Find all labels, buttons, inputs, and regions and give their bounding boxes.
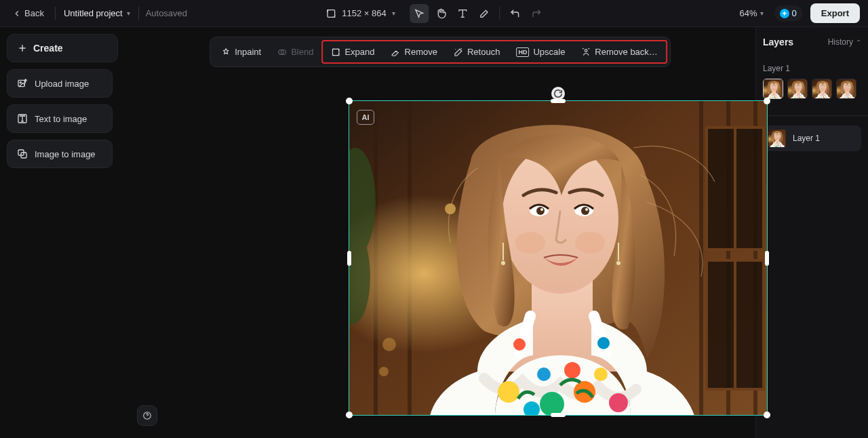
wand-icon: [454, 47, 463, 57]
project-name-dropdown[interactable]: Untitled project ▾: [62, 5, 132, 21]
back-label: Back: [24, 8, 44, 18]
project-name-label: Untitled project: [64, 8, 123, 18]
layer-row[interactable]: Layer 1: [763, 125, 861, 151]
chevron-left-icon: [12, 9, 22, 18]
resize-handle-left[interactable]: [347, 251, 351, 266]
redo-icon: [532, 8, 542, 19]
layer-thumbnail: [768, 130, 786, 147]
undo-button[interactable]: [506, 4, 525, 23]
retouch-label: Retouch: [467, 47, 500, 57]
undo-icon: [510, 8, 521, 19]
inpaint-label: Inpaint: [235, 47, 261, 57]
hand-icon: [436, 8, 447, 19]
remove-button[interactable]: Remove: [383, 41, 446, 62]
text-to-image-button[interactable]: Text to image: [7, 104, 113, 133]
svg-line-57: [455, 49, 456, 49]
variant-thumb-3[interactable]: [812, 79, 832, 99]
autosave-status: Autosaved: [146, 8, 187, 18]
zoom-label: 64%: [740, 8, 757, 18]
remove-background-button[interactable]: Remove back…: [573, 41, 665, 62]
credits-value: 0: [792, 8, 797, 18]
toolbar-canvas-tools: [410, 4, 547, 23]
remove-label: Remove: [405, 47, 437, 57]
upload-image-button[interactable]: Upload image: [7, 69, 113, 98]
upscale-label: Upscale: [533, 47, 565, 57]
blend-label: Blend: [291, 47, 313, 57]
eraser-icon: [391, 47, 401, 57]
create-label: Create: [33, 43, 63, 54]
expand-label: Expand: [344, 47, 374, 57]
layers-panel-title: Layers: [763, 37, 793, 47]
export-label: Export: [821, 8, 849, 18]
regenerate-button[interactable]: [551, 87, 565, 100]
variant-thumbnails: [763, 79, 861, 99]
plus-icon: [17, 43, 28, 54]
resize-handle-right[interactable]: [765, 251, 769, 266]
redo-button[interactable]: [528, 4, 547, 23]
svg-rect-55: [333, 49, 339, 55]
divider: [138, 7, 139, 20]
resize-handle-tl[interactable]: [346, 98, 353, 104]
remove-bg-label: Remove back…: [595, 47, 657, 57]
selection-outline: [349, 100, 768, 416]
resize-handle-bottom[interactable]: [551, 413, 566, 417]
expand-button[interactable]: Expand: [323, 41, 382, 62]
variant-thumb-4[interactable]: [836, 79, 856, 99]
chevron-down-icon: ▾: [392, 9, 395, 17]
text-to-image-label: Text to image: [35, 114, 87, 124]
cursor-icon: [414, 8, 425, 19]
zoom-dropdown[interactable]: 64% ▾: [737, 5, 766, 21]
help-button[interactable]: [137, 405, 157, 426]
inpaint-button[interactable]: Inpaint: [213, 41, 269, 62]
hand-tool[interactable]: [432, 4, 451, 23]
canvas-size-button[interactable]: 1152 × 864 ▾: [321, 5, 399, 22]
chevron-down-icon: ▾: [127, 9, 130, 17]
expand-icon: [331, 47, 340, 57]
chevron-up-icon: ⌃: [856, 39, 861, 46]
hd-icon: HD: [516, 47, 529, 57]
edit-toolbar: Inpaint Blend Expand Remove Retouch: [210, 37, 671, 67]
back-button[interactable]: Back: [8, 5, 48, 21]
left-sidebar: Create Upload image Text to image Image …: [0, 27, 125, 438]
svg-point-46: [20, 82, 21, 83]
select-tool[interactable]: [410, 4, 429, 23]
svg-line-56: [460, 48, 461, 49]
panel-divider: [756, 115, 868, 116]
layers-panel: Layers History ⌃ Layer 1 Layer 1: [755, 27, 868, 438]
create-header: Create: [7, 34, 118, 62]
layer-name: Layer 1: [793, 134, 820, 143]
variant-thumb-2[interactable]: [787, 79, 808, 99]
resize-handle-bl[interactable]: [346, 412, 353, 418]
brush-tool[interactable]: [475, 4, 494, 23]
layer-group-label: Layer 1: [763, 64, 861, 73]
remove-bg-icon: [581, 47, 591, 57]
help-icon: [142, 411, 152, 420]
text-icon: [458, 8, 469, 19]
text-to-image-icon: [17, 113, 28, 124]
blend-button: Blend: [269, 41, 321, 62]
resize-handle-tr[interactable]: [764, 98, 770, 104]
image-to-image-icon: [17, 148, 28, 159]
canvas-size-label: 1152 × 864: [342, 8, 386, 18]
variant-thumb-1[interactable]: [763, 79, 783, 99]
highlighted-tools-group: Expand Remove Retouch HD Upscale Remove …: [321, 40, 667, 64]
resize-handle-top[interactable]: [551, 99, 566, 103]
upload-image-label: Upload image: [35, 79, 89, 89]
image-to-image-button[interactable]: Image to image: [7, 140, 113, 168]
svg-rect-40: [328, 9, 335, 17]
history-label: History: [828, 37, 853, 47]
resize-handle-br[interactable]: [764, 412, 770, 418]
credits-button[interactable]: ✦ 0: [774, 5, 802, 21]
selected-layer[interactable]: AI: [349, 100, 768, 416]
image-upload-icon: [17, 78, 28, 89]
divider: [55, 7, 56, 20]
export-button[interactable]: Export: [810, 3, 860, 23]
upscale-button[interactable]: HD Upscale: [508, 41, 573, 62]
text-tool[interactable]: [454, 4, 473, 23]
inpaint-icon: [221, 47, 231, 57]
brush-icon: [479, 8, 490, 19]
history-toggle[interactable]: History ⌃: [828, 37, 861, 47]
retouch-button[interactable]: Retouch: [446, 41, 508, 62]
refresh-icon: [553, 89, 563, 98]
canvas-area[interactable]: Inpaint Blend Expand Remove Retouch: [125, 27, 755, 438]
